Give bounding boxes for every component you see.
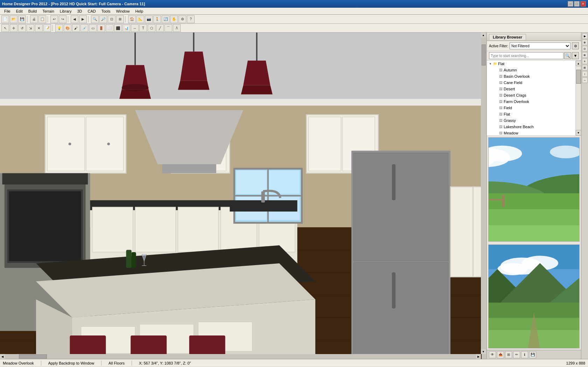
poly-button[interactable]: ⬡ bbox=[148, 24, 155, 32]
rtool-1[interactable]: ▶ bbox=[582, 33, 588, 39]
filter-settings-button[interactable]: ⚙ bbox=[572, 42, 579, 49]
zoom-in-button[interactable]: 🔍 bbox=[91, 15, 99, 23]
search-options-button[interactable]: ▼ bbox=[572, 52, 579, 59]
preview-grid-button[interactable]: ⊞ bbox=[505, 351, 512, 358]
viewport-vscroll[interactable]: ▲ ▼ bbox=[481, 33, 486, 354]
menu-tools[interactable]: Tools bbox=[99, 8, 113, 14]
preview-export-button[interactable]: 💾 bbox=[529, 351, 536, 358]
rtool-3[interactable]: ⊙ bbox=[582, 46, 588, 51]
stairs-button[interactable]: 📊 bbox=[122, 24, 130, 32]
tree-item-meadow[interactable]: 🖼 Meadow bbox=[487, 130, 575, 136]
search-button[interactable]: 🔍 bbox=[564, 52, 571, 59]
scroll-thumb[interactable] bbox=[576, 70, 581, 84]
tree-item-cane-field[interactable]: 🖼 Cane Field bbox=[487, 79, 575, 86]
copy-button[interactable]: 📝 bbox=[43, 24, 51, 32]
window-btn[interactable]: ⬜ bbox=[106, 24, 113, 32]
light-button[interactable]: 💡 bbox=[55, 24, 63, 32]
new-button[interactable]: 📄 bbox=[1, 15, 9, 23]
forward-button[interactable]: ▶ bbox=[79, 15, 87, 23]
rtool-6[interactable]: ⊞ bbox=[582, 65, 588, 70]
zoom-out-button[interactable]: 🔎 bbox=[99, 15, 107, 23]
select-button[interactable]: ↖ bbox=[1, 24, 9, 32]
zoom-all-button[interactable]: ⊞ bbox=[116, 15, 124, 23]
tree-item-flat[interactable]: 🖼 Flat bbox=[487, 111, 575, 117]
tree-item-desert-crags[interactable]: 🖼 Desert Crags bbox=[487, 92, 575, 98]
tree-scrollbar[interactable]: ▲ ▼ bbox=[575, 61, 581, 136]
preview-info-button[interactable]: ℹ bbox=[521, 351, 528, 358]
preview-view-button[interactable]: 👁 bbox=[489, 351, 496, 358]
zoom-fit-button[interactable]: ⊡ bbox=[108, 15, 115, 23]
viewport[interactable]: ▲ ▼ ◀ ▶ bbox=[0, 33, 486, 359]
search-input[interactable] bbox=[489, 52, 564, 59]
arc-button[interactable]: ⌒ bbox=[164, 24, 172, 32]
tree-item-basin-overlook[interactable]: 🖼 Basin Overlook bbox=[487, 73, 575, 79]
scroll-down-button[interactable]: ▼ bbox=[576, 130, 581, 136]
scroll-up-button[interactable]: ▲ bbox=[576, 61, 581, 66]
orbit-button[interactable]: 🔄 bbox=[162, 15, 169, 23]
move-button[interactable]: ✛ bbox=[10, 24, 18, 32]
preview-send-button[interactable]: 📤 bbox=[497, 351, 504, 358]
menu-file[interactable]: File bbox=[1, 8, 13, 14]
rtool-7[interactable]: ↕ bbox=[582, 71, 588, 77]
pan-button[interactable]: ✋ bbox=[170, 15, 178, 23]
tree-item-flat-folder[interactable]: ▼ 📁 Flat bbox=[487, 61, 575, 67]
texture-button[interactable]: 🖌 bbox=[72, 24, 80, 32]
tree-item-label: Flat bbox=[498, 62, 504, 66]
delete-button[interactable]: ✕ bbox=[35, 24, 43, 32]
menu-3d[interactable]: 3D bbox=[74, 8, 85, 14]
viewport-hscroll[interactable]: ◀ ▶ bbox=[0, 354, 481, 359]
undo-button[interactable]: ↩ bbox=[50, 15, 58, 23]
menu-cad[interactable]: CAD bbox=[85, 8, 98, 14]
dim-button[interactable]: ↔ bbox=[131, 24, 139, 32]
menu-build[interactable]: Build bbox=[26, 8, 40, 14]
menu-help[interactable]: Help bbox=[133, 8, 146, 14]
menu-edit[interactable]: Edit bbox=[13, 8, 26, 14]
material-button[interactable]: 🎨 bbox=[64, 24, 71, 32]
camera-button[interactable]: 📷 bbox=[145, 15, 153, 23]
open-button[interactable]: 📂 bbox=[10, 15, 18, 23]
rtool-4[interactable]: ⊗ bbox=[582, 52, 588, 58]
floor-button[interactable]: 📐 bbox=[136, 15, 144, 23]
preview-image-2[interactable] bbox=[488, 244, 580, 349]
resize-button[interactable]: ⇲ bbox=[27, 24, 34, 32]
tree-item-autumn[interactable]: 🖼 Autumn bbox=[487, 67, 575, 73]
sep5 bbox=[125, 16, 127, 22]
tree-item-field[interactable]: 🖼 Field bbox=[487, 105, 575, 111]
menu-window[interactable]: Window bbox=[113, 8, 132, 14]
rtool-5[interactable]: ≡ bbox=[582, 58, 588, 64]
tree-item-desert[interactable]: 🖼 Desert bbox=[487, 86, 575, 92]
help-btn2[interactable]: ? bbox=[187, 15, 195, 23]
line-button[interactable]: ╱ bbox=[156, 24, 164, 32]
minimize-button[interactable]: ─ bbox=[568, 1, 573, 7]
menu-terrain[interactable]: Terrain bbox=[40, 8, 57, 14]
print2-button[interactable]: 📋 bbox=[38, 15, 46, 23]
tools-button[interactable]: ⚙ bbox=[178, 15, 186, 23]
tree-item-lakeshore-beach[interactable]: 🖼 Lakeshore Beach bbox=[487, 124, 575, 130]
eyedrop-button[interactable]: 💉 bbox=[80, 24, 88, 32]
rtool-8[interactable]: ↔ bbox=[582, 77, 588, 83]
rotate-button[interactable]: ↺ bbox=[18, 24, 26, 32]
walk-button[interactable]: 🚶 bbox=[153, 15, 161, 23]
back-button[interactable]: ◀ bbox=[71, 15, 78, 23]
maximize-button[interactable]: □ bbox=[574, 1, 580, 7]
filter-row: Active Filter: Not Filtered Backdrops Ma… bbox=[487, 41, 581, 51]
toolbar-secondary: ↖ ✛ ↺ ⇲ ✕ 📝 💡 🎨 🖌 💉 ▭ 🚪 ⬜ ⬛ 📊 ↔ T ⬡ ╱ ⌒ … bbox=[0, 24, 588, 33]
preview-edit-button[interactable]: ✏ bbox=[513, 351, 520, 358]
menu-library[interactable]: Library bbox=[57, 8, 75, 14]
door-button[interactable]: 🚪 bbox=[97, 24, 105, 32]
close-button[interactable]: ✕ bbox=[580, 1, 586, 7]
tree-item-grassy[interactable]: 🖼 Grassy bbox=[487, 117, 575, 124]
save-button[interactable]: 💾 bbox=[18, 15, 26, 23]
filter-dropdown[interactable]: Not Filtered Backdrops Materials bbox=[510, 42, 570, 49]
library-browser-tab[interactable]: Library Browser bbox=[489, 34, 526, 40]
redo-button[interactable]: ↪ bbox=[59, 15, 66, 23]
rtool-2[interactable]: ⊕ bbox=[582, 40, 588, 45]
view3d-button[interactable]: 🏠 bbox=[128, 15, 136, 23]
tree-item-farm-overlook[interactable]: 🖼 Farm Overlook bbox=[487, 98, 575, 105]
slope-button[interactable]: /\ bbox=[173, 24, 181, 32]
room-button[interactable]: ⬛ bbox=[114, 24, 122, 32]
text-button[interactable]: T bbox=[139, 24, 147, 32]
wall-button[interactable]: ▭ bbox=[89, 24, 97, 32]
print-button[interactable]: 🖨 bbox=[30, 15, 38, 23]
preview-image-1[interactable] bbox=[488, 137, 580, 242]
